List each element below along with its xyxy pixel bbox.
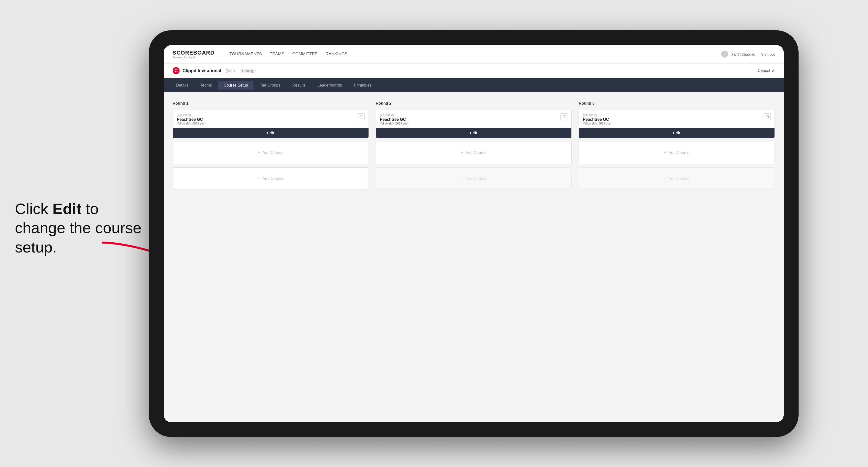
round-1-plus-icon-1: + — [258, 150, 261, 155]
round-3-course-label: (Course A) — [583, 113, 612, 117]
rounds-grid: Round 1 (Course A) Peachtree GC Yellow (… — [173, 101, 775, 193]
round-3-course-name: Peachtree GC — [583, 117, 612, 122]
round-3-edit-button[interactable]: Edit — [579, 128, 775, 138]
tabs-bar: Details Teams Course Setup Tee Groups Re… — [164, 79, 784, 92]
round-3-course-info: (Course A) Peachtree GC Yellow (M) (6629… — [583, 113, 612, 125]
round-2-course-label: (Course A) — [380, 113, 409, 117]
round-1-column: Round 1 (Course A) Peachtree GC Yellow (… — [173, 101, 369, 193]
round-3-delete-button[interactable]: ⊡ — [764, 113, 771, 120]
tournament-name: Clippd Invitational — [183, 68, 221, 73]
avatar — [721, 51, 728, 58]
nav-link-committee[interactable]: COMMITTEE — [292, 52, 317, 57]
nav-link-rankings[interactable]: RANKINGS — [326, 52, 347, 57]
tablet-shell: SCOREBOARD Powered by clippd TOURNAMENTS… — [149, 30, 799, 437]
tournament-gender: (Men) — [226, 69, 235, 73]
round-1-plus-icon-2: + — [258, 176, 261, 181]
clippd-logo: C — [173, 67, 180, 74]
round-1-course-name: Peachtree GC — [177, 117, 206, 122]
round-3-title: Round 3 — [579, 101, 775, 106]
round-2-add-course-2: + Add Course — [376, 167, 572, 190]
round-2-edit-button[interactable]: Edit — [376, 128, 571, 138]
nav-links: TOURNAMENTS TEAMS COMMITTEE RANKINGS — [229, 52, 710, 57]
scoreboard-logo: SCOREBOARD Powered by clippd — [173, 50, 215, 59]
round-3-add-course-1[interactable]: + Add Course — [579, 142, 775, 164]
round-2-title: Round 2 — [376, 101, 572, 106]
round-2-course-header: (Course A) Peachtree GC Yellow (M) (6629… — [376, 110, 571, 128]
nav-link-teams[interactable]: TEAMS — [270, 52, 284, 57]
sign-out-link[interactable]: Sign out — [761, 52, 775, 56]
round-1-course-info: (Course A) Peachtree GC Yellow (M) (6629… — [177, 113, 206, 125]
hosting-badge: Hosting — [240, 68, 256, 73]
separator: | — [757, 52, 758, 56]
round-1-course-card: (Course A) Peachtree GC Yellow (M) (6629… — [173, 110, 369, 138]
round-3-add-course-2: + Add Course — [579, 167, 775, 190]
tab-details[interactable]: Details — [170, 81, 194, 90]
round-1-add-course-2[interactable]: + Add Course — [173, 167, 369, 190]
main-content: Round 1 (Course A) Peachtree GC Yellow (… — [164, 92, 784, 422]
round-3-add-course-label-2: Add Course — [669, 176, 690, 181]
round-2-plus-icon-1: + — [461, 150, 464, 155]
round-1-course-tee: Yellow (M) (6629 yds) — [177, 122, 206, 125]
round-1-delete-button[interactable]: ⊡ — [358, 113, 365, 120]
cancel-button[interactable]: Cancel ✕ — [757, 68, 775, 73]
nav-link-tournaments[interactable]: TOURNAMENTS — [229, 52, 262, 57]
tablet-screen: SCOREBOARD Powered by clippd TOURNAMENTS… — [164, 45, 784, 422]
logo-main: SCOREBOARD — [173, 50, 215, 56]
sub-header: C Clippd Invitational (Men) Hosting Canc… — [164, 63, 784, 79]
logo-sub: Powered by clippd — [173, 56, 215, 59]
tab-leaderboards[interactable]: Leaderboards — [312, 81, 347, 90]
round-1-course-header: (Course A) Peachtree GC Yellow (M) (6629… — [173, 110, 369, 128]
round-3-course-header: (Course A) Peachtree GC Yellow (M) (6629… — [579, 110, 775, 128]
tab-printables[interactable]: Printables — [348, 81, 377, 90]
top-nav: SCOREBOARD Powered by clippd TOURNAMENTS… — [164, 45, 784, 63]
round-2-add-course-label-1: Add Course — [465, 151, 487, 155]
tab-teams[interactable]: Teams — [195, 81, 217, 90]
round-2-plus-icon-2: + — [461, 176, 464, 181]
round-3-column: Round 3 (Course A) Peachtree GC Yellow (… — [579, 101, 775, 193]
round-3-course-tee: Yellow (M) (6629 yds) — [583, 122, 612, 125]
round-2-course-card: (Course A) Peachtree GC Yellow (M) (6629… — [376, 110, 572, 138]
round-3-plus-icon-2: + — [664, 176, 666, 181]
round-2-add-course-label-2: Add Course — [465, 176, 487, 181]
annotation-text: Click Edit to change the course setup. — [15, 199, 144, 257]
round-2-course-tee: Yellow (M) (6629 yds) — [380, 122, 409, 125]
round-1-add-course-label-1: Add Course — [262, 151, 283, 155]
nav-user: blair@clippd.io | Sign out — [721, 51, 775, 58]
round-1-add-course-label-2: Add Course — [262, 176, 283, 181]
sub-header-left: C Clippd Invitational (Men) Hosting — [173, 67, 256, 74]
round-2-course-name: Peachtree GC — [380, 117, 409, 122]
round-1-title: Round 1 — [173, 101, 369, 106]
round-2-delete-button[interactable]: ⊡ — [560, 113, 567, 120]
tab-tee-groups[interactable]: Tee Groups — [254, 81, 286, 90]
user-email: blair@clippd.io — [731, 52, 755, 56]
round-2-add-course-1[interactable]: + Add Course — [376, 142, 572, 164]
round-3-add-course-label-1: Add Course — [669, 151, 690, 155]
cancel-x-icon: ✕ — [772, 68, 775, 73]
tab-results[interactable]: Results — [287, 81, 311, 90]
round-2-column: Round 2 (Course A) Peachtree GC Yellow (… — [376, 101, 572, 193]
round-1-add-course-1[interactable]: + Add Course — [173, 142, 369, 164]
tab-course-setup[interactable]: Course Setup — [218, 81, 253, 90]
round-3-plus-icon-1: + — [664, 150, 666, 155]
round-2-course-info: (Course A) Peachtree GC Yellow (M) (6629… — [380, 113, 409, 125]
round-1-edit-button[interactable]: Edit — [173, 128, 369, 138]
round-3-course-card: (Course A) Peachtree GC Yellow (M) (6629… — [579, 110, 775, 138]
round-1-course-label: (Course A) — [177, 113, 206, 117]
